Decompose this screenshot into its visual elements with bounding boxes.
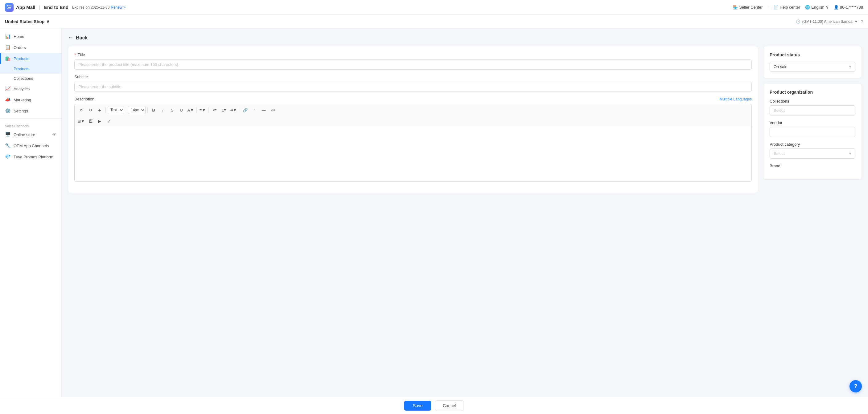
bullet-list-button[interactable]: •≡ (211, 106, 219, 114)
editor-body[interactable] (74, 126, 752, 182)
indent-button[interactable]: ⇥▼ (229, 106, 237, 114)
timezone-label: (GMT-11:00) American Samoa (802, 20, 852, 24)
sidebar-item-tuya-promos[interactable]: 💎 Tuya Promos Platform (0, 151, 61, 162)
store-name-text: End to End (44, 5, 68, 10)
editor-toolbar-2: ⊞▼ 🖼 ▶ ⤢ (74, 116, 752, 126)
underline-button[interactable]: U (177, 106, 185, 114)
sidebar-item-settings[interactable]: ⚙️ Settings (0, 105, 61, 116)
name-divider: | (39, 5, 40, 10)
tuya-icon: 💎 (5, 154, 10, 160)
redo-button[interactable]: ↻ (86, 106, 94, 114)
shopbar: United States Shop ∨ 🕐 (GMT-11:00) Ameri… (0, 15, 868, 28)
subtitle-label: Subtitle (74, 74, 752, 79)
app-logo: App Mall | End to End (5, 3, 68, 12)
shop-name: United States Shop (5, 19, 44, 24)
sidebar-item-orders[interactable]: 📋 Orders (0, 42, 61, 53)
sidebar-item-analytics[interactable]: 📈 Analytics (0, 83, 61, 94)
title-field-group: * Title (74, 53, 752, 70)
back-label: Back (76, 35, 88, 41)
brand-field-group: Brand (770, 164, 855, 168)
content-layout: * Title Subtitle Description M (68, 46, 862, 198)
font-color-button[interactable]: A▼ (187, 106, 195, 114)
help-center-link[interactable]: 📄 Help center (774, 5, 800, 9)
language-selector[interactable]: 🌐 English ∨ (805, 5, 829, 9)
orders-icon: 📋 (5, 45, 10, 50)
video-button[interactable]: ▶ (96, 117, 104, 125)
clear-format-button[interactable]: T̶ (96, 106, 104, 114)
subtitle-input[interactable] (74, 82, 752, 92)
analytics-icon: 📈 (5, 86, 10, 92)
sidebar-item-home[interactable]: 📊 Home (0, 31, 61, 42)
status-chevron-icon: ∨ (849, 65, 851, 69)
description-header: Description Multiple Languages (74, 97, 752, 101)
cancel-button[interactable]: Cancel (435, 401, 464, 411)
description-label: Description (74, 97, 94, 101)
sidebar-sub-collections[interactable]: Collections (0, 74, 61, 83)
strikethrough-button[interactable]: S (168, 106, 176, 114)
sidebar-item-marketing[interactable]: 📣 Marketing (0, 94, 61, 105)
bold-button[interactable]: B (150, 106, 158, 114)
description-field-group: Description Multiple Languages ↺ ↻ T̶ Te… (74, 97, 752, 182)
align-button[interactable]: ≡▼ (199, 106, 207, 114)
marketing-label: Marketing (13, 98, 31, 102)
title-input[interactable] (74, 60, 752, 70)
product-sidebar: Product status On sale ∨ Product organiz… (763, 46, 862, 198)
numbered-list-button[interactable]: 1≡ (220, 106, 228, 114)
product-organization-card: Product organization Collections Select … (763, 83, 862, 180)
renew-link[interactable]: Renew > (111, 5, 126, 9)
undo-button[interactable]: ↺ (77, 106, 85, 114)
editor-toolbar-1: ↺ ↻ T̶ Text 14px B I (74, 104, 752, 116)
image-button[interactable]: 🖼 (86, 117, 94, 125)
top-divider-1: | (768, 5, 768, 9)
product-status-card: Product status On sale ∨ (763, 46, 862, 78)
timezone-chevron-icon: ▼ (854, 20, 858, 24)
expand-button[interactable]: ⤢ (105, 117, 113, 125)
multi-language-link[interactable]: Multiple Languages (720, 97, 752, 101)
seller-center-icon: 🏪 (733, 5, 738, 9)
collections-label: Collections (770, 99, 855, 104)
italic-button[interactable]: I (159, 106, 167, 114)
quote-button[interactable]: " (250, 106, 258, 114)
product-category-select[interactable]: Select ∨ (770, 148, 855, 159)
oem-icon: 🔧 (5, 143, 10, 148)
seller-center-link[interactable]: 🏪 Seller Center (733, 5, 763, 9)
toolbar-divider-5 (209, 107, 209, 113)
user-account[interactable]: 👤 86-17****738 (834, 5, 863, 9)
app-mall-text: App Mall (16, 5, 35, 10)
product-status-select[interactable]: On sale ∨ (770, 62, 855, 72)
sidebar-item-oem-channels[interactable]: 🔧 OEM App Channels (0, 140, 61, 151)
sales-channels-label: Sales Channels (0, 120, 61, 129)
tag-button[interactable]: 🏷 (269, 106, 277, 114)
sidebar-sub-products[interactable]: Products (0, 64, 61, 74)
sub-collections-label: Collections (13, 76, 33, 81)
sub-products-label: Products (13, 67, 29, 71)
products-label: Products (13, 56, 29, 61)
toolbar-divider-4 (196, 107, 197, 113)
vendor-input[interactable] (770, 127, 855, 137)
sidebar-item-online-store[interactable]: 🖥️ Online store 👁 (0, 129, 61, 140)
horizontal-rule-button[interactable]: — (260, 106, 268, 114)
product-org-title: Product organization (770, 90, 855, 95)
help-button[interactable]: ? (849, 380, 862, 392)
title-label-text: Title (78, 53, 85, 57)
product-category-chevron-icon: ∨ (849, 151, 851, 156)
table-button[interactable]: ⊞▼ (77, 117, 85, 125)
help-center-label: Help center (780, 5, 800, 9)
font-size-select[interactable]: 14px (128, 106, 146, 114)
shop-selector[interactable]: United States Shop ∨ (5, 19, 49, 24)
required-star: * (74, 53, 76, 57)
shopbar-help-icon[interactable]: ? (861, 20, 863, 24)
shop-chevron-icon: ∨ (46, 19, 49, 24)
back-bar[interactable]: ← Back (68, 34, 862, 41)
main-content: ← Back * Title Subtitle (62, 28, 868, 414)
topbar-right: 🏪 Seller Center | 📄 Help center 🌐 Englis… (733, 5, 863, 9)
save-button[interactable]: Save (404, 401, 431, 411)
product-details-card: * Title Subtitle Description M (68, 46, 758, 193)
link-button[interactable]: 🔗 (241, 106, 249, 114)
products-icon: 🛍️ (5, 56, 10, 61)
brand-label: Brand (770, 164, 855, 168)
collections-select[interactable]: Select (770, 105, 855, 115)
sidebar-item-products[interactable]: 🛍️ Products (0, 53, 61, 64)
text-style-select[interactable]: Text (107, 106, 124, 114)
seller-center-label: Seller Center (739, 5, 763, 9)
